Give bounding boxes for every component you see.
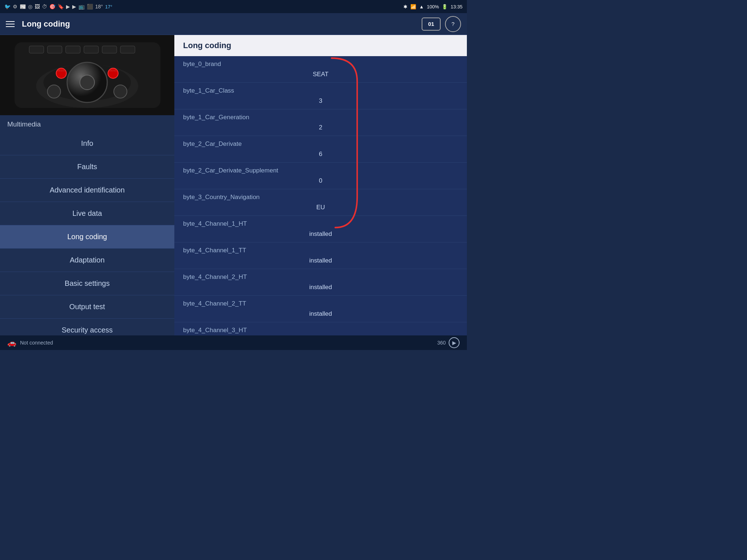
sidebar: MEDIA MENU <box>0 35 174 335</box>
svg-rect-13 <box>47 46 62 53</box>
sidebar-item-basic-settings[interactable]: Basic settings <box>0 272 174 295</box>
row-value: installed <box>183 229 458 242</box>
row-value: installed <box>183 309 458 322</box>
bookmark-icon: 🔖 <box>58 4 64 9</box>
bird-icon: 🐦 <box>4 4 11 9</box>
table-row: byte_4_Channel_1_HT installed <box>174 216 467 242</box>
temp-icon: 18° <box>95 4 103 9</box>
menu-button[interactable] <box>6 21 15 27</box>
svg-point-5 <box>80 75 94 90</box>
multimedia-label: Multimedia <box>0 115 174 132</box>
row-value: SEAT <box>183 69 458 82</box>
photo-icon: 🖼 <box>35 4 40 9</box>
row-label: byte_1_Car_Class <box>183 83 458 96</box>
car-image: MEDIA MENU <box>0 35 174 115</box>
row-value: 2 <box>183 122 458 136</box>
svg-rect-16 <box>102 46 117 53</box>
timer-icon: ⏱ <box>42 4 47 9</box>
table-row: byte_1_Car_Class 3 <box>174 83 467 109</box>
sidebar-item-security-access[interactable]: Security access <box>0 319 174 335</box>
table-row: byte_0_brand SEAT <box>174 56 467 83</box>
bluetooth-icon: ✱ <box>403 4 407 9</box>
row-label: byte_4_Channel_2_TT <box>183 296 458 309</box>
table-row: byte_4_Channel_2_TT installed <box>174 296 467 322</box>
svg-rect-12 <box>29 46 44 53</box>
sidebar-item-live-data[interactable]: Live data <box>0 202 174 225</box>
row-value: 0 <box>183 176 458 189</box>
youtube-icon: ▶ <box>72 4 76 9</box>
time-display: 13:35 <box>450 4 462 9</box>
app1-icon: 🎯 <box>49 4 55 9</box>
svg-text:MENU: MENU <box>109 69 117 72</box>
battery-icon: 🔋 <box>442 4 448 9</box>
page-number-label: 360 <box>437 340 446 346</box>
svg-rect-15 <box>84 46 98 53</box>
table-row: byte_3_Country_Navigation EU <box>174 189 467 216</box>
row-value: 6 <box>183 149 458 162</box>
row-label: byte_2_Car_Derivate_Supplement <box>183 163 458 176</box>
content-title: Long coding <box>174 35 467 56</box>
sidebar-item-advanced-identification[interactable]: Advanced identification <box>0 179 174 202</box>
table-row: byte_4_Channel_3_HT installed <box>174 322 467 335</box>
binary-toggle-button[interactable]: 01 <box>422 18 441 31</box>
row-label: byte_4_Channel_2_HT <box>183 269 458 282</box>
car-status-icon: 🚗 <box>7 338 16 347</box>
row-label: byte_4_Channel_3_HT <box>183 322 458 335</box>
table-row: byte_1_Car_Generation 2 <box>174 109 467 136</box>
page-title: Long coding <box>22 19 422 29</box>
sidebar-item-adaptation[interactable]: Adaptation <box>0 249 174 272</box>
sidebar-item-info[interactable]: Info <box>0 132 174 155</box>
toolbar: Long coding 01 ? <box>0 13 467 35</box>
sidebar-item-output-test[interactable]: Output test <box>0 295 174 319</box>
row-label: byte_2_Car_Derivate <box>183 136 458 149</box>
row-value: EU <box>183 202 458 215</box>
sidebar-item-long-coding[interactable]: Long coding <box>0 225 174 249</box>
toolbar-actions: 01 ? <box>422 16 461 32</box>
android-icon: ⚙ <box>13 4 18 9</box>
svg-point-11 <box>114 85 127 98</box>
row-value: installed <box>183 282 458 295</box>
wifi-icon: 📶 <box>410 4 416 9</box>
app2-icon: ⬛ <box>87 4 93 9</box>
help-button[interactable]: ? <box>445 16 461 32</box>
status-bar-right: ✱ 📶 ▲ 100% 🔋 13:35 <box>403 4 462 9</box>
page-nav-area: 360 ▶ <box>437 337 460 348</box>
sidebar-nav: Info Faults Advanced identification Live… <box>0 132 174 335</box>
signal-icon: ▲ <box>419 4 424 9</box>
battery-label: 100% <box>427 4 439 9</box>
news-icon: 📰 <box>20 4 26 9</box>
svg-rect-17 <box>120 46 135 53</box>
location-icon: ◎ <box>28 4 32 9</box>
table-row: byte_2_Car_Derivate_Supplement 0 <box>174 163 467 189</box>
row-label: byte_4_Channel_1_TT <box>183 242 458 256</box>
svg-rect-14 <box>66 46 80 53</box>
content-panel: Long coding byte_0_brand SEAT byte_1_Car… <box>174 35 467 335</box>
tv-icon: 📺 <box>78 4 85 9</box>
connection-status-label: Not connected <box>20 340 53 346</box>
temp-color-icon: 17° <box>105 4 112 9</box>
sidebar-item-faults[interactable]: Faults <box>0 155 174 179</box>
main-layout: MEDIA MENU <box>0 35 467 335</box>
content-table[interactable]: byte_0_brand SEAT byte_1_Car_Class 3 byt… <box>174 56 467 335</box>
status-bar-left: 🐦 ⚙ 📰 ◎ 🖼 ⏱ 🎯 🔖 ▶ ▶ 📺 ⬛ 18° 17° <box>4 4 112 9</box>
table-row: byte_4_Channel_1_TT installed <box>174 242 467 269</box>
next-page-button[interactable]: ▶ <box>449 337 460 348</box>
table-row: byte_2_Car_Derivate 6 <box>174 136 467 163</box>
video-icon: ▶ <box>66 4 70 9</box>
row-label: byte_0_brand <box>183 56 458 69</box>
row-label: byte_3_Country_Navigation <box>183 189 458 202</box>
table-row: byte_4_Channel_2_HT installed <box>174 269 467 296</box>
status-bar: 🐦 ⚙ 📰 ◎ 🖼 ⏱ 🎯 🔖 ▶ ▶ 📺 ⬛ 18° 17° ✱ 📶 ▲ 10… <box>0 0 467 13</box>
row-value: 3 <box>183 96 458 109</box>
row-label: byte_1_Car_Generation <box>183 109 458 122</box>
svg-text:MEDIA: MEDIA <box>57 69 66 72</box>
row-label: byte_4_Channel_1_HT <box>183 216 458 229</box>
connection-status-area: 🚗 Not connected <box>7 338 53 347</box>
row-value: installed <box>183 256 458 269</box>
bottom-bar: 🚗 Not connected 360 ▶ <box>0 335 467 350</box>
svg-point-10 <box>47 85 61 98</box>
